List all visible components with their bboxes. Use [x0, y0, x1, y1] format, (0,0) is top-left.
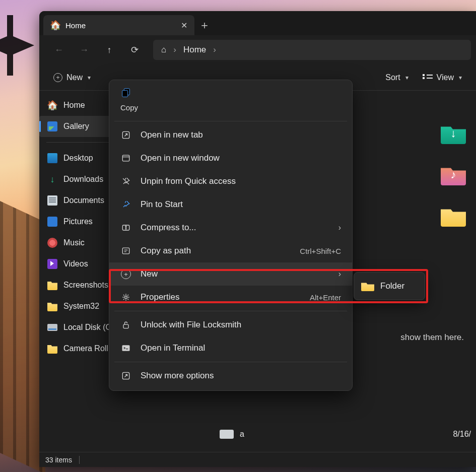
new-label: New — [66, 73, 83, 82]
drive-icon — [220, 430, 234, 439]
sidebar-label: Documents — [63, 196, 104, 205]
sidebar-label: Camera Roll — [63, 344, 108, 353]
ctx-compress[interactable]: Compress to... › — [109, 216, 352, 239]
ctx-label: Show more options — [141, 371, 214, 381]
pin-icon — [120, 199, 131, 210]
home-icon: 🏠 — [47, 100, 57, 110]
back-button[interactable]: ← — [48, 39, 70, 60]
properties-icon — [120, 292, 131, 303]
ctx-shortcut: Ctrl+Shift+C — [300, 247, 341, 255]
view-icon — [423, 74, 433, 81]
chevron-right-icon: › — [173, 45, 176, 55]
ctx-properties[interactable]: Properties Alt+Enter — [109, 286, 352, 309]
copy-label: Copy — [120, 103, 341, 112]
view-label: View — [437, 73, 454, 82]
gallery-icon — [47, 121, 57, 131]
ctx-unpin-quick-access[interactable]: Unpin from Quick access — [109, 170, 352, 193]
open-new-window-icon — [120, 153, 131, 164]
ctx-label: Properties — [141, 292, 179, 302]
ctx-show-more[interactable]: Show more options — [109, 364, 352, 387]
sidebar-label: Desktop — [63, 154, 93, 163]
folder-icon — [361, 281, 374, 291]
context-menu-header: Copy — [109, 83, 352, 119]
more-options-icon — [120, 370, 131, 381]
ctx-label: New — [141, 269, 158, 279]
new-icon: + — [120, 268, 131, 280]
submenu-folder-label[interactable]: Folder — [380, 281, 404, 291]
chevron-down-icon: ▾ — [459, 74, 462, 81]
quick-folder-downloads[interactable] — [441, 123, 466, 144]
ctx-label: Compress to... — [141, 223, 196, 233]
svg-rect-8 — [122, 345, 130, 351]
copy-path-icon — [120, 245, 131, 256]
sidebar-label: Home — [63, 101, 85, 110]
detail-name: a — [240, 430, 244, 439]
chevron-right-icon: › — [213, 45, 216, 55]
ctx-label: Copy as path — [141, 246, 191, 256]
home-icon: 🏠 — [50, 20, 60, 30]
chevron-down-icon: ▾ — [88, 74, 91, 81]
music-icon — [47, 238, 57, 248]
video-icon — [47, 259, 57, 269]
new-button[interactable]: + New ▾ — [48, 69, 96, 87]
svg-rect-7 — [123, 324, 128, 328]
ctx-pin-start[interactable]: Pin to Start — [109, 193, 352, 216]
sidebar-label: Pictures — [63, 217, 93, 226]
ctx-unlock-locksmith[interactable]: Unlock with File Locksmith — [109, 313, 352, 336]
view-button[interactable]: View ▾ — [418, 69, 467, 87]
navigation-bar: ← → ↑ ⟳ ⌂ › Home › — [39, 35, 476, 64]
chevron-right-icon: › — [338, 223, 341, 232]
refresh-button[interactable]: ⟳ — [124, 39, 145, 60]
tab-bar: 🏠 Home ✕ ＋ — [39, 11, 476, 35]
quick-folder-plain[interactable] — [441, 206, 466, 227]
ctx-open-terminal[interactable]: Open in Terminal — [109, 336, 352, 360]
terminal-icon — [120, 343, 131, 354]
ctx-copy-as-path[interactable]: Copy as path Ctrl+Shift+C — [109, 239, 352, 262]
address-bar[interactable]: ⌂ › Home › — [153, 40, 471, 60]
disk-icon — [47, 324, 57, 331]
svg-rect-1 — [122, 90, 128, 97]
context-divider — [114, 121, 347, 121]
sort-label: Sort — [385, 73, 400, 82]
sidebar-label: Gallery — [63, 122, 89, 131]
ctx-open-new-tab[interactable]: Open in new tab — [109, 123, 352, 147]
context-divider — [114, 311, 347, 311]
desktop-icon — [47, 153, 57, 163]
folder-icon — [47, 280, 57, 290]
chevron-right-icon: › — [338, 269, 341, 279]
ctx-label: Open in new tab — [141, 130, 203, 140]
copy-icon[interactable] — [120, 87, 131, 98]
ctx-label: Open in Terminal — [141, 343, 205, 353]
svg-point-6 — [125, 296, 127, 299]
sort-button[interactable]: Sort ▾ — [380, 69, 413, 87]
breadcrumb-root: Home — [183, 45, 206, 55]
ctx-open-new-window[interactable]: Open in new window — [109, 147, 352, 170]
ctx-label: Open in new window — [141, 153, 220, 163]
plus-circle-icon: + — [53, 73, 62, 82]
up-button[interactable]: ↑ — [99, 39, 120, 60]
folder-icon — [47, 344, 57, 354]
tab-home[interactable]: 🏠 Home ✕ — [43, 15, 194, 35]
forward-button[interactable]: → — [74, 39, 95, 60]
svg-rect-3 — [122, 155, 129, 161]
open-new-tab-icon — [120, 129, 131, 141]
detail-date: 8/16/ — [453, 430, 471, 439]
ctx-label: Unpin from Quick access — [141, 176, 236, 186]
quick-folder-music[interactable] — [441, 164, 466, 185]
tab-title: Home — [65, 21, 86, 30]
sidebar-label: Downloads — [63, 175, 103, 184]
context-divider — [114, 362, 347, 362]
ctx-new[interactable]: + New › — [109, 262, 352, 286]
detail-row[interactable]: a — [220, 430, 244, 439]
status-count: 33 items — [45, 456, 72, 464]
lock-icon — [120, 319, 131, 330]
folder-icon — [47, 301, 57, 311]
download-icon: ↓ — [47, 174, 57, 184]
document-icon — [47, 195, 57, 206]
empty-hint-text: show them here. — [400, 332, 464, 343]
home-breadcrumb-icon: ⌂ — [161, 45, 166, 55]
quick-access-icons — [441, 123, 466, 227]
close-tab-icon[interactable]: ✕ — [181, 21, 187, 30]
new-tab-button[interactable]: ＋ — [194, 15, 215, 35]
chevron-down-icon: ▾ — [405, 74, 409, 81]
